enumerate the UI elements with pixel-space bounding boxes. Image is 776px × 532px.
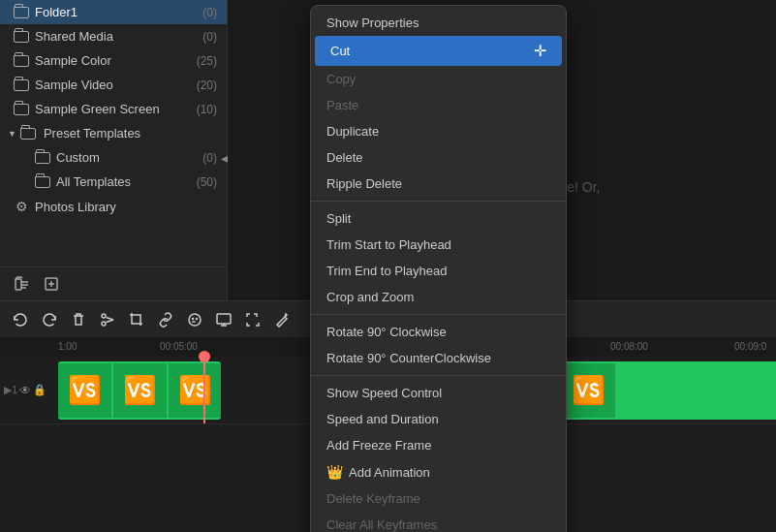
sidebar-item-count: (0) — [202, 6, 217, 19]
speed-duration-label: Speed and Duration — [326, 412, 439, 426]
sidebar-item-label: Preset Templates — [44, 126, 140, 141]
sidebar-item-sample-video[interactable]: Sample Video (20) — [0, 73, 227, 97]
sidebar-item-count: (0) — [202, 151, 217, 165]
duplicate-label: Duplicate — [326, 124, 379, 139]
clip-thumbnail-3: 🆚 — [169, 363, 221, 418]
ruler-label-1: 1:00 — [58, 341, 77, 352]
link-button[interactable] — [155, 309, 176, 330]
sidebar-item-shared-media[interactable]: Shared Media (0) — [0, 24, 227, 48]
magic-button[interactable] — [271, 309, 293, 330]
context-menu-delete[interactable]: Delete — [311, 144, 566, 171]
lock-icon[interactable]: 🔒 — [33, 384, 47, 396]
delete-button[interactable] — [68, 309, 89, 330]
sidebar-item-label: Sample Color — [35, 53, 111, 68]
playhead-head — [199, 351, 210, 362]
speed-control-label: Show Speed Control — [326, 386, 442, 400]
eye-icon[interactable]: 👁 — [19, 384, 31, 397]
separator-3 — [311, 375, 566, 376]
clear-keyframes-label: Clear All Keyframes — [326, 517, 437, 532]
context-menu-ripple-delete[interactable]: Ripple Delete — [311, 171, 566, 197]
svg-rect-7 — [217, 314, 231, 324]
context-menu-rotate-ccw[interactable]: Rotate 90° CounterClockwise — [311, 345, 566, 371]
undo-button[interactable] — [10, 309, 31, 330]
sidebar-item-custom[interactable]: Custom (0) — [0, 145, 227, 170]
sidebar-item-count: (20) — [197, 78, 217, 92]
context-menu-trim-end[interactable]: Trim End to Playhead — [311, 258, 566, 284]
separator-1 — [311, 201, 566, 202]
sidebar-item-label: Custom — [56, 150, 100, 165]
context-menu-duplicate[interactable]: Duplicate — [311, 118, 566, 144]
context-menu-show-properties[interactable]: Show Properties — [311, 10, 566, 36]
context-menu-freeze-frame[interactable]: Add Freeze Frame — [311, 432, 566, 458]
svg-point-5 — [193, 318, 194, 319]
crown-icon: 👑 — [326, 464, 343, 480]
context-menu-delete-keyframe: Delete Keyframe — [311, 485, 566, 512]
scissors-button[interactable] — [97, 309, 118, 330]
cursor-icon: ✛ — [534, 42, 546, 60]
crop-zoom-label: Crop and Zoom — [326, 290, 414, 304]
context-menu-trim-start[interactable]: Trim Start to Playhead — [311, 232, 566, 258]
svg-rect-0 — [16, 279, 21, 290]
context-menu-speed-duration[interactable]: Speed and Duration — [311, 406, 566, 432]
sidebar-item-count: (10) — [197, 103, 217, 116]
add-animation-label: Add Animation — [349, 465, 430, 480]
sidebar-item-preset-templates[interactable]: ▼ Preset Templates — [0, 121, 227, 145]
context-menu-rotate-cw[interactable]: Rotate 90° Clockwise — [311, 319, 566, 345]
delete-keyframe-label: Delete Keyframe — [326, 491, 420, 506]
context-menu-speed-control[interactable]: Show Speed Control — [311, 380, 566, 406]
ripple-delete-label: Ripple Delete — [326, 176, 402, 191]
folder-icon — [20, 128, 36, 140]
monitor-button[interactable] — [213, 309, 234, 330]
sidebar-bottom-actions — [0, 266, 227, 300]
split-label: Split — [326, 211, 351, 226]
folder-icon — [14, 79, 29, 91]
sidebar-item-label: Sample Video — [35, 78, 113, 92]
sidebar-item-green-screen[interactable]: Sample Green Screen (10) — [0, 97, 227, 121]
expand-button[interactable] — [242, 309, 264, 330]
clip-thumbnail-4: 🆚 — [562, 363, 615, 418]
context-menu-crop-zoom[interactable]: Crop and Zoom — [311, 284, 566, 310]
context-menu-cut[interactable]: Cut ✛ — [315, 36, 562, 66]
sidebar-item-all-templates[interactable]: All Templates (50) — [0, 170, 227, 194]
add-media-button[interactable] — [41, 273, 62, 295]
redo-button[interactable] — [39, 309, 60, 330]
separator-2 — [311, 314, 566, 315]
sidebar-item-label: Sample Green Screen — [35, 102, 160, 116]
svg-point-3 — [102, 322, 106, 326]
playhead[interactable] — [203, 357, 205, 423]
rotate-cw-label: Rotate 90° Clockwise — [326, 325, 447, 339]
rotate-ccw-label: Rotate 90° CounterClockwise — [326, 351, 491, 365]
folder-icon — [14, 31, 29, 43]
sidebar-item-count: (25) — [197, 54, 217, 68]
svg-point-2 — [102, 314, 106, 318]
context-menu-split[interactable]: Split — [311, 205, 566, 232]
context-menu-clear-keyframes: Clear All Keyframes — [311, 512, 566, 532]
video-clip-1[interactable]: 🆚 🆚 🆚 — [58, 361, 221, 420]
add-folder-button[interactable] — [12, 273, 33, 295]
gear-icon: ⚙ — [14, 199, 29, 214]
track-number: ▶1 — [4, 384, 17, 396]
sidebar-item-sample-color[interactable]: Sample Color (25) — [0, 48, 227, 73]
folder-icon — [35, 152, 50, 164]
crop-button[interactable] — [126, 309, 147, 330]
folder-icon — [14, 104, 29, 115]
track-label: ▶1 👁 🔒 — [4, 384, 47, 397]
show-properties-label: Show Properties — [326, 16, 419, 30]
sidebar-item-photos-library[interactable]: ⚙ Photos Library — [0, 194, 227, 219]
delete-label: Delete — [326, 150, 363, 165]
sidebar-item-folder1[interactable]: Folder1 (0) — [0, 0, 227, 24]
cut-label: Cut — [330, 44, 350, 58]
folder-icon — [35, 176, 50, 188]
sidebar-item-label: All Templates — [56, 174, 131, 189]
ruler-label-5: 00:08:00 — [610, 341, 648, 352]
sidebar-item-label: Folder1 — [35, 5, 78, 19]
context-menu-add-animation[interactable]: 👑 Add Animation — [311, 458, 566, 485]
video-clip-2[interactable]: 🆚 — [562, 361, 776, 420]
sidebar-item-label: Shared Media — [35, 29, 113, 44]
chevron-down-icon: ▼ — [8, 129, 16, 139]
context-menu-copy[interactable]: Copy — [311, 66, 566, 92]
sidebar-item-count: (50) — [197, 175, 217, 189]
smiley-button[interactable] — [184, 309, 205, 330]
svg-point-6 — [197, 318, 198, 319]
trim-end-label: Trim End to Playhead — [326, 264, 448, 278]
